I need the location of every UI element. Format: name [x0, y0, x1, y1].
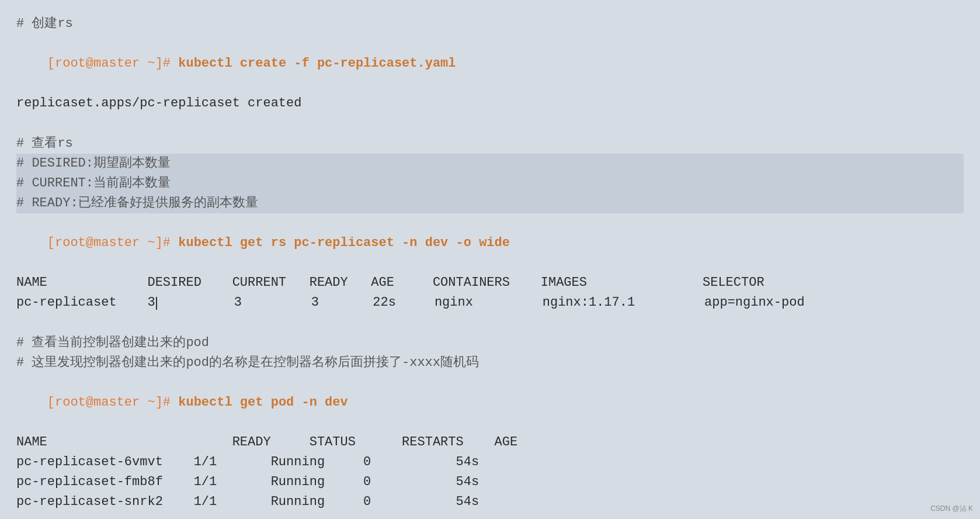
prompt-get-rs: [root@master ~]# [47, 236, 178, 250]
comment-desired: # DESIRED:期望副本数量 [16, 154, 964, 174]
cmd-get-pod-text: kubectl get pod -n dev [178, 395, 347, 410]
output-created: replicaset.apps/pc-replicaset created [16, 94, 964, 113]
pod-table-header: NAME READY STATUS RESTARTS AGE [16, 432, 964, 452]
comment-view-pod: # 查看当前控制器创建出来的pod [16, 333, 964, 353]
cmd-get-rs-line: [root@master ~]# kubectl get rs pc-repli… [16, 213, 964, 273]
comment-pod-name: # 这里发现控制器创建出来的pod的名称是在控制器名称后面拼接了-xxxx随机码 [16, 353, 964, 373]
pod-table-row-3: pc-replicaset-snrk2 1/1 Running 0 54s [16, 492, 964, 512]
prompt-create: [root@master ~]# [47, 56, 178, 71]
cmd-create-text: kubectl create -f pc-replicaset.yaml [178, 56, 456, 71]
terminal-window: # 创建rs [root@master ~]# kubectl create -… [0, 0, 980, 519]
rs-table-data: pc-replicaset 3 3 3 22s nginx nginx:1.17… [16, 293, 964, 313]
cmd-get-rs-text: kubectl get rs pc-replicaset -n dev -o w… [178, 236, 510, 250]
prompt-get-pod: [root@master ~]# [47, 395, 178, 410]
cmd-create-line: [root@master ~]# kubectl create -f pc-re… [16, 34, 964, 94]
comment-view-rs: # 查看rs [16, 134, 964, 154]
blank-1 [16, 113, 964, 133]
rs-table-header: NAME DESIRED CURRENT READY AGE CONTAINER… [16, 273, 964, 293]
pod-table-row-2: pc-replicaset-fmb8f 1/1 Running 0 54s [16, 472, 964, 492]
watermark: CSDN @沾 K [930, 503, 973, 514]
cmd-get-pod-line: [root@master ~]# kubectl get pod -n dev [16, 373, 964, 432]
comment-current: # CURRENT:当前副本数量 [16, 174, 964, 193]
blank-2 [16, 313, 964, 333]
comment-create-rs: # 创建rs [16, 14, 964, 34]
comment-ready: # READY:已经准备好提供服务的副本数量 [16, 193, 964, 213]
pod-table-row-1: pc-replicaset-6vmvt 1/1 Running 0 54s [16, 452, 964, 472]
text-cursor [156, 297, 157, 310]
